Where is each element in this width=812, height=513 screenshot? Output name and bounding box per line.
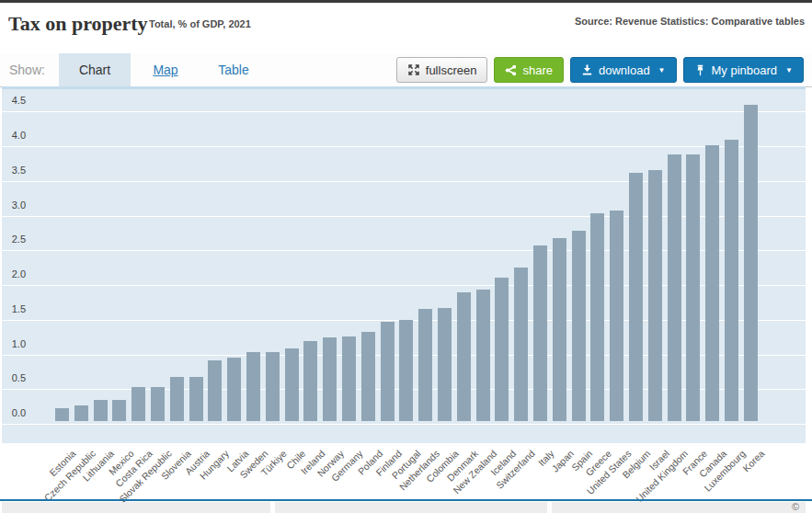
bar-denmark[interactable] (457, 292, 471, 421)
bar-netherlands[interactable] (418, 309, 432, 421)
download-button-label: download (599, 63, 650, 77)
pin-icon (694, 64, 706, 76)
bar-slovak-republic[interactable] (151, 387, 165, 421)
bar-iceland[interactable] (495, 278, 509, 421)
bar-costa-rica[interactable] (132, 387, 145, 421)
download-button[interactable]: download ▼ (570, 57, 677, 83)
share-icon (505, 64, 517, 76)
my-pinboard-button-label: My pinboard (712, 63, 778, 77)
my-pinboard-button[interactable]: My pinboard ▼ (683, 57, 804, 83)
fullscreen-button[interactable]: fullscreen (396, 57, 488, 83)
footer-panel-middle (275, 502, 547, 513)
y-tick-label: 2.5 (2, 234, 26, 245)
bar-poland[interactable] (361, 332, 375, 421)
bar-luxembourg[interactable] (725, 140, 738, 421)
bar-new-zealand[interactable] (476, 290, 490, 421)
toolbar: Show: Chart Map Table fullscreen (0, 53, 812, 87)
bar-united-kingdom[interactable] (668, 154, 681, 421)
header: Tax on property Total, % of GDP, 2021 So… (0, 3, 812, 53)
bar-spain[interactable] (572, 231, 586, 421)
bar-belgium[interactable] (629, 173, 643, 421)
bar-switzerland[interactable] (514, 268, 528, 421)
bar-hungary[interactable] (208, 360, 222, 421)
x-labels: EstoniaCzech RepublicLithuaniaMexicoCost… (2, 443, 806, 499)
bar-czech-republic[interactable] (74, 405, 88, 421)
footer-panel-left (2, 502, 270, 513)
bar-greece[interactable] (590, 213, 604, 422)
bar-mexico[interactable] (112, 400, 126, 421)
tab-map[interactable]: Map (138, 53, 193, 86)
y-tick-label: 1.0 (2, 338, 26, 350)
share-button-label: share (522, 63, 553, 77)
gridline (2, 250, 806, 251)
gridline (2, 181, 806, 182)
gridline (2, 146, 806, 147)
bar-portugal[interactable] (399, 320, 413, 421)
bar-france[interactable] (686, 154, 700, 421)
my-pinboard-caret-icon: ▼ (785, 66, 793, 74)
bar-korea[interactable] (744, 105, 758, 421)
bar-germany[interactable] (342, 336, 356, 421)
y-tick-label: 3.5 (2, 165, 26, 177)
bar-italy[interactable] (533, 245, 547, 421)
y-tick-label: 0.0 (2, 407, 26, 419)
bar-united-states[interactable] (610, 211, 623, 421)
gridline (2, 285, 806, 286)
gridline (2, 424, 806, 425)
copyright-symbol: © (792, 501, 799, 512)
gridline (2, 216, 806, 217)
bar-canada[interactable] (705, 145, 719, 421)
y-tick-label: 4.0 (2, 130, 26, 142)
gridline (2, 111, 806, 112)
bar-israel[interactable] (648, 170, 662, 421)
bar-latvia[interactable] (227, 358, 241, 421)
bar-t-rkiye[interactable] (266, 352, 280, 421)
chart-plot: 0.00.51.01.52.02.53.03.54.04.5 (2, 86, 806, 443)
y-tick-label: 4.5 (2, 95, 26, 107)
footer-panel-right (552, 502, 806, 513)
bar-sweden[interactable] (246, 352, 260, 421)
bar-norway[interactable] (323, 337, 337, 421)
tab-table[interactable]: Table (204, 53, 263, 86)
share-button[interactable]: share (494, 57, 564, 83)
bar-ireland[interactable] (303, 341, 317, 421)
fullscreen-button-label: fullscreen (426, 63, 477, 77)
x-axis-label: Korea (740, 448, 766, 473)
bar-estonia[interactable] (55, 408, 69, 421)
fullscreen-expand-icon (407, 63, 420, 76)
chart-subtitle: Total, % of GDP, 2021 (149, 18, 251, 29)
bar-chile[interactable] (285, 348, 299, 421)
toolbar-buttons: fullscreen share (396, 57, 804, 83)
tab-chart[interactable]: Chart (59, 53, 131, 86)
show-label: Show: (9, 53, 45, 86)
bar-lithuania[interactable] (94, 400, 108, 421)
bar-colombia[interactable] (438, 308, 452, 421)
y-tick-label: 0.5 (2, 372, 26, 384)
y-tick-label: 2.0 (2, 268, 26, 280)
bottom-divider (0, 499, 812, 501)
page-title: Tax on property (8, 12, 148, 36)
source-label: Source: Revenue Statistics: Comparative … (575, 16, 805, 27)
download-caret-icon: ▼ (658, 66, 666, 74)
y-tick-label: 3.0 (2, 200, 26, 211)
bar-slovenia[interactable] (170, 377, 184, 421)
bar-finland[interactable] (381, 322, 395, 421)
bar-japan[interactable] (553, 238, 566, 421)
oecd-chart-widget: Tax on property Total, % of GDP, 2021 So… (0, 0, 812, 513)
bar-austria[interactable] (189, 377, 203, 421)
download-icon (581, 64, 593, 76)
y-tick-label: 1.5 (2, 303, 26, 315)
